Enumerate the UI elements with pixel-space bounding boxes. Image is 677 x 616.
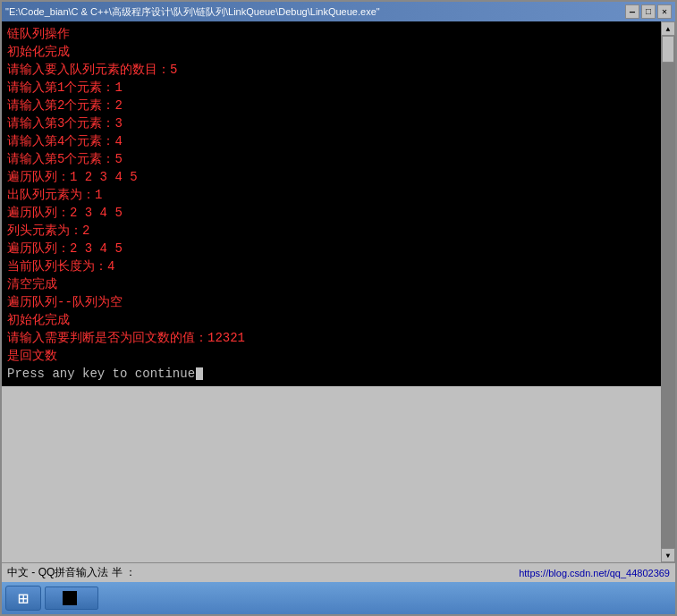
console-line: 链队列操作 [7,25,654,43]
console-line: 请输入第3个元素：3 [7,114,654,132]
scroll-track[interactable] [661,36,675,548]
console-line: Press any key to continue [7,365,654,383]
console-line: 列头元素为：2 [7,222,654,240]
console-content: 链队列操作初始化完成请输入要入队列元素的数目：5请输入第1个元素：1请输入第2个… [7,25,670,383]
close-button[interactable]: ✕ [657,4,672,19]
console-line: 清空完成 [7,275,654,293]
console-line: 初始化完成 [7,43,654,61]
app-icon [63,591,77,605]
console-line: 遍历队列：2 3 4 5 [7,204,654,222]
scroll-up-arrow[interactable]: ▲ [661,21,675,36]
scrollbar[interactable]: ▲ ▼ [661,21,675,562]
status-bar: 中文 - QQ拼音输入法 半 ： https://blog.csdn.net/q… [2,562,675,582]
status-left: 中文 - QQ拼音输入法 半 ： [7,565,136,580]
console-line: 请输入第1个元素：1 [7,79,654,97]
scroll-down-arrow[interactable]: ▼ [661,548,675,562]
window-title: "E:\Code_bian\C & C++\高级程序设计\队列\链队列\Link… [5,5,380,19]
console-line: 请输入第4个元素：4 [7,132,654,150]
start-icon: ⊞ [18,587,29,610]
taskbar: ⊞ [2,582,675,614]
title-bar: "E:\Code_bian\C & C++\高级程序设计\队列\链队列\Link… [2,2,675,21]
maximize-button[interactable]: □ [641,4,656,19]
console-line: 是回文数 [7,347,654,365]
cursor [196,367,203,380]
console-area[interactable]: 链队列操作初始化完成请输入要入队列元素的数目：5请输入第1个元素：1请输入第2个… [2,21,675,386]
console-line: 遍历队列--队列为空 [7,293,654,311]
console-line: 请输入第2个元素：2 [7,97,654,114]
console-line: 遍历队列：1 2 3 4 5 [7,168,654,186]
console-line: 请输入需要判断是否为回文数的值：12321 [7,329,654,347]
console-wrapper: 链队列操作初始化完成请输入要入队列元素的数目：5请输入第1个元素：1请输入第2个… [2,21,675,562]
taskbar-app-button[interactable] [45,586,98,610]
title-bar-buttons: — □ ✕ [625,4,672,19]
console-line: 请输入第5个元素：5 [7,150,654,168]
console-line: 请输入要入队列元素的数目：5 [7,61,654,79]
console-line: 当前队列长度为：4 [7,257,654,275]
status-right: https://blog.csdn.net/qq_44802369 [519,568,670,578]
minimize-button[interactable]: — [625,4,639,19]
console-line: 初始化完成 [7,311,654,329]
scroll-thumb[interactable] [662,36,674,63]
console-line: 出队列元素为：1 [7,186,654,204]
console-line: 遍历队列：2 3 4 5 [7,240,654,257]
window: "E:\Code_bian\C & C++\高级程序设计\队列\链队列\Link… [0,0,677,616]
start-button[interactable]: ⊞ [5,586,41,611]
